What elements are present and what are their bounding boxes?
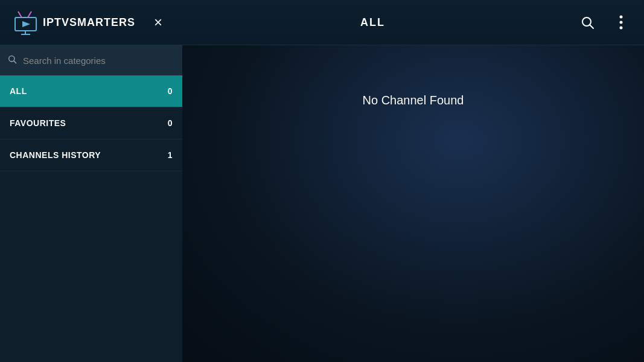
category-count-channels-history: 1 — [168, 150, 173, 160]
main: ALL 0 FAVOURITES 0 CHANNELS HISTORY 1 No… — [0, 45, 644, 362]
sidebar: ALL 0 FAVOURITES 0 CHANNELS HISTORY 1 — [0, 45, 182, 362]
svg-point-8 — [620, 16, 623, 19]
category-count-all: 0 — [168, 86, 173, 96]
svg-line-3 — [18, 11, 22, 17]
category-list: ALL 0 FAVOURITES 0 CHANNELS HISTORY 1 — [0, 75, 182, 171]
header-left: IPTVSMARTERS × — [12, 9, 169, 36]
search-button[interactable] — [576, 11, 598, 33]
header-right — [576, 11, 632, 33]
header: IPTVSMARTERS × ALL — [0, 0, 644, 45]
svg-line-4 — [28, 11, 31, 17]
svg-line-12 — [14, 61, 16, 63]
category-item-favourites[interactable]: FAVOURITES 0 — [0, 107, 182, 139]
category-count-favourites: 0 — [168, 118, 173, 128]
svg-line-7 — [590, 25, 594, 29]
search-input[interactable] — [23, 56, 175, 66]
sidebar-search-icon — [7, 54, 17, 66]
category-item-all[interactable]: ALL 0 — [0, 75, 182, 107]
no-channel-message: No Channel Found — [363, 94, 464, 107]
category-label-channels-history: CHANNELS HISTORY — [10, 150, 101, 160]
category-label-all: ALL — [10, 86, 27, 96]
logo: IPTVSMARTERS — [12, 9, 135, 36]
svg-marker-5 — [22, 21, 30, 27]
search-container — [0, 45, 182, 75]
search-icon — [580, 15, 595, 30]
category-item-channels-history[interactable]: CHANNELS HISTORY 1 — [0, 139, 182, 171]
more-options-button[interactable] — [610, 11, 632, 33]
more-icon — [619, 15, 623, 30]
logo-icon — [12, 9, 39, 36]
content-area: No Channel Found — [182, 45, 644, 362]
header-title: ALL — [360, 16, 385, 29]
close-button[interactable]: × — [147, 11, 169, 33]
svg-point-9 — [620, 21, 623, 24]
svg-point-10 — [620, 27, 623, 30]
logo-text: IPTVSMARTERS — [43, 16, 135, 29]
category-label-favourites: FAVOURITES — [10, 118, 66, 128]
